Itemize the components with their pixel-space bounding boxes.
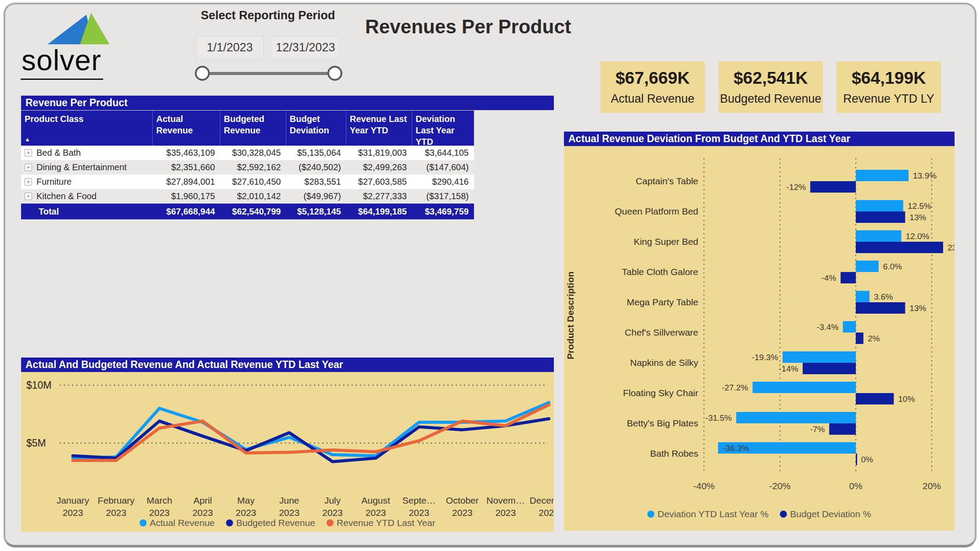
legend-label: Budgeted Revenue (236, 518, 315, 528)
bar-dark_blue[interactable] (840, 272, 856, 283)
bar-light_blue[interactable] (783, 351, 856, 363)
bar-value-label: -36.3% (723, 444, 749, 453)
legend-dot-icon (226, 519, 233, 526)
table-header-row: Product Class▲Actual RevenueBudgeted Rev… (21, 111, 474, 146)
solver-logo: solver (20, 8, 151, 85)
bar-dark_blue[interactable] (829, 423, 856, 435)
bar-dark_blue[interactable] (810, 181, 856, 193)
bar-chart: -40%-20%0%20%Product DescriptionCaptain'… (564, 146, 955, 531)
y-axis-title: Product Description (565, 272, 575, 360)
reporting-period-label: Select Reporting Period (192, 9, 344, 22)
bar-light_blue[interactable] (856, 170, 908, 181)
line-legend-item[interactable]: Actual Revenue (140, 518, 215, 528)
category-label: Table Cloth Galore (622, 267, 698, 277)
column-header[interactable]: Product Class▲ (21, 111, 153, 146)
expand-row-icon[interactable]: + (25, 149, 32, 157)
bar-dark_blue[interactable] (856, 242, 943, 253)
bar-value-label: -3.4% (817, 322, 839, 332)
table-cell: $290,416 (412, 177, 474, 187)
start-date-input[interactable]: 1/1/2023 (196, 36, 264, 59)
bar-value-label: -14% (779, 364, 798, 373)
date-range-slider-handle-start[interactable] (195, 66, 210, 81)
bar-light_blue[interactable] (753, 382, 856, 393)
x-axis-month-label: July (324, 495, 341, 505)
x-axis-tick-label: 0% (849, 481, 862, 491)
x-axis-month-label: March (147, 495, 172, 505)
end-date-input[interactable]: 12/31/2023 (270, 36, 341, 59)
solver-logo-text: solver (21, 42, 103, 80)
x-axis-year-label: 2023 (452, 508, 473, 518)
line-chart-title: Actual And Budgeted Revenue And Actual R… (21, 358, 554, 372)
category-label: Napkins de Silky (630, 358, 699, 368)
legend-dot-icon (140, 519, 147, 526)
bar-value-label: -12% (786, 182, 806, 192)
x-axis-month-label: October (446, 495, 479, 505)
bar-legend-item[interactable]: Deviation YTD Last Year % (647, 509, 768, 519)
table-cell: $5,135,064 (286, 148, 346, 158)
kpi-card-actual-revenue: $67,669K Actual Revenue (600, 61, 705, 113)
revenue-table: Product Class▲Actual RevenueBudgeted Rev… (21, 111, 474, 219)
line-legend-item[interactable]: Budgeted Revenue (226, 518, 315, 528)
bar-value-label: 12.0% (906, 232, 930, 241)
category-label: Captain's Table (635, 176, 698, 186)
sort-ascending-icon[interactable]: ▲ (25, 136, 30, 143)
bar-light_blue[interactable] (856, 230, 901, 242)
bar-value-label: 23% (948, 243, 955, 252)
total-label: Total (21, 207, 153, 217)
table-row[interactable]: +Bed & Bath$35,463,109$30,328,045$5,135,… (21, 146, 474, 160)
bar-dark_blue[interactable] (856, 333, 863, 344)
column-header[interactable]: Budget Deviation (286, 111, 346, 146)
bar-light_blue[interactable] (843, 321, 856, 333)
table-cell: $27,894,001 (153, 177, 220, 187)
kpi-label: Revenue YTD LY (843, 92, 934, 106)
bar-light_blue[interactable] (736, 412, 856, 423)
table-cell: $30,328,045 (220, 148, 286, 158)
x-axis-month-label: February (98, 495, 135, 505)
table-row[interactable]: +Furniture$27,894,001$27,610,450$283,551… (21, 175, 474, 189)
product-class-cell: +Bed & Bath (21, 148, 153, 158)
bar-dark_blue[interactable] (856, 211, 905, 223)
bar-dark_blue[interactable] (803, 363, 856, 374)
bar-light_blue[interactable] (856, 200, 903, 211)
column-header[interactable]: Budgeted Revenue (220, 111, 286, 146)
kpi-label: Budgeted Revenue (720, 92, 821, 106)
bar-light_blue[interactable] (856, 261, 879, 272)
table-row[interactable]: +Dining & Entertainment$2,351,660$2,592,… (21, 160, 474, 175)
bar-light_blue[interactable] (856, 291, 869, 302)
kpi-value: $62,541K (733, 68, 808, 88)
table-row[interactable]: +Kitchen & Food$1,960,175$2,010,142($49,… (21, 189, 474, 204)
kpi-value: $67,669K (615, 68, 689, 88)
expand-row-icon[interactable]: + (25, 178, 32, 186)
bar-dark_blue[interactable] (856, 454, 857, 465)
table-cell: ($240,502) (286, 162, 346, 172)
expand-row-icon[interactable]: + (25, 164, 32, 171)
legend-dot-icon (780, 511, 787, 518)
bar-legend-item[interactable]: Budget Deviation % (780, 509, 871, 519)
total-cell: $5,128,145 (286, 207, 346, 217)
kpi-value: $64,199K (851, 68, 926, 88)
y-axis-label: $5M (26, 437, 46, 449)
category-label: Queen Platform Bed (615, 206, 698, 216)
table-cell: $2,010,142 (220, 191, 286, 201)
line-chart: $10M$5MJanuary2023February2023March2023A… (21, 372, 554, 532)
column-header[interactable]: Deviation Last Year YTD (412, 111, 474, 146)
y-axis-label: $10M (26, 379, 52, 391)
line-legend-item[interactable]: Revenue YTD Last Year (327, 518, 435, 528)
page-title: Revenues Per Product (365, 16, 571, 38)
x-axis-year-label: 2023 (106, 508, 126, 518)
bar-dark_blue[interactable] (856, 302, 905, 314)
x-axis-month-label: Decem… (530, 495, 554, 505)
column-header[interactable]: Revenue Last Year YTD (346, 111, 412, 146)
x-axis-year-label: 2023 (63, 508, 83, 518)
bar-value-label: 3.6% (874, 292, 893, 301)
bar-value-label: -31.5% (705, 413, 732, 422)
category-label: Betty's Big Plates (627, 418, 698, 428)
product-class-label: Dining & Entertainment (36, 162, 127, 172)
bar-dark_blue[interactable] (856, 393, 894, 404)
column-header[interactable]: Actual Revenue (153, 111, 220, 146)
date-range-slider-handle-end[interactable] (327, 66, 342, 81)
date-range-slider-track[interactable] (203, 72, 335, 75)
expand-row-icon[interactable]: + (25, 193, 32, 200)
x-axis-year-label: 2023 (538, 508, 554, 518)
product-class-cell: +Kitchen & Food (21, 191, 153, 201)
